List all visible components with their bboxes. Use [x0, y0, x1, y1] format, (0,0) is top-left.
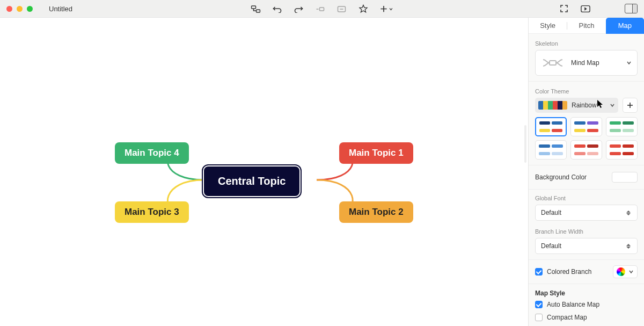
toolbar-right [559, 4, 638, 13]
tab-pitch[interactable]: Pitch [567, 18, 605, 34]
svg-marker-9 [584, 7, 587, 10]
undo-icon[interactable] [273, 4, 282, 14]
right-sidebar: Style Pitch Map Skeleton Mind Map [528, 18, 644, 326]
compact-map-label: Compact Map [547, 314, 587, 321]
rainbow-swatch-icon [538, 101, 567, 110]
document-title: Untitled [49, 5, 72, 13]
branch-color-picker[interactable] [613, 265, 638, 278]
subtopic-icon[interactable] [251, 4, 261, 14]
background-color-label: Background Color [535, 173, 587, 181]
topic-4-node[interactable]: Main Topic 4 [115, 142, 189, 164]
canvas[interactable]: Central Topic Main Topic 4 Main Topic 3 … [0, 18, 528, 326]
theme-thumb-1[interactable] [570, 117, 602, 136]
colored-branch-checkbox[interactable]: Colored Branch [535, 268, 591, 276]
theme-thumb-3[interactable] [535, 140, 567, 160]
global-font-label: Global Font [529, 190, 644, 205]
checkbox-icon [535, 301, 543, 308]
branch-width-value: Default [541, 242, 561, 250]
updown-icon [626, 209, 632, 216]
skeleton-label: Skeleton [529, 34, 644, 50]
theme-thumb-5[interactable] [606, 140, 638, 160]
tab-map[interactable]: Map [606, 18, 644, 34]
global-font-value: Default [541, 209, 561, 216]
global-font-select[interactable]: Default [535, 205, 638, 221]
updown-icon [626, 243, 632, 249]
close-window-button[interactable] [6, 6, 12, 12]
checkbox-icon [535, 268, 543, 276]
compact-map-checkbox[interactable]: Compact Map [529, 311, 644, 324]
svg-marker-5 [359, 5, 367, 12]
svg-rect-10 [550, 61, 556, 65]
color-wheel-icon [617, 267, 625, 276]
add-dropdown-button[interactable] [380, 5, 393, 13]
svg-rect-2 [320, 8, 324, 11]
map-style-header: Map Style [529, 284, 644, 298]
redo-icon[interactable] [294, 4, 304, 14]
background-color-well[interactable] [612, 172, 638, 183]
toolbar-center [251, 0, 393, 18]
checkbox-icon [535, 314, 543, 321]
maximize-window-button[interactable] [27, 6, 33, 12]
play-icon[interactable] [581, 4, 590, 13]
boundary-icon[interactable] [337, 4, 347, 14]
theme-thumb-0[interactable] [535, 117, 567, 136]
topic-1-node[interactable]: Main Topic 1 [339, 142, 413, 164]
branch-width-select[interactable]: Default [535, 238, 638, 254]
topic-3-node[interactable]: Main Topic 3 [115, 201, 189, 223]
relationship-icon[interactable] [316, 4, 325, 14]
star-icon[interactable] [358, 4, 368, 14]
add-theme-button[interactable] [623, 98, 638, 113]
auto-balance-label: Auto Balance Map [547, 301, 599, 308]
scrollbar-vertical[interactable] [524, 125, 526, 163]
titlebar: Untitled [0, 0, 644, 18]
theme-thumb-4[interactable] [570, 140, 602, 160]
theme-thumb-2[interactable] [606, 117, 638, 136]
tab-style[interactable]: Style [529, 18, 567, 34]
svg-rect-0 [252, 6, 256, 9]
branch-width-label: Branch Line Width [529, 226, 644, 238]
justify-alignment-checkbox[interactable]: Justify Topic Alignment [529, 324, 644, 326]
color-theme-label: Color Theme [529, 82, 644, 98]
window-controls [6, 6, 33, 12]
central-topic-node[interactable]: Central Topic [203, 165, 301, 197]
mindmap-structure-icon [541, 56, 565, 69]
minimize-window-button[interactable] [17, 6, 23, 12]
color-theme-value: Rainbow [572, 102, 597, 109]
sidebar-tabs: Style Pitch Map [529, 18, 644, 34]
colored-branch-label: Colored Branch [547, 268, 591, 276]
toggle-sidebar-icon[interactable] [625, 4, 638, 13]
skeleton-selector[interactable]: Mind Map [535, 50, 638, 76]
topic-2-node[interactable]: Main Topic 2 [339, 201, 413, 223]
svg-rect-1 [257, 10, 260, 12]
skeleton-value: Mind Map [571, 59, 599, 67]
color-theme-selector[interactable]: Rainbow [535, 98, 618, 113]
theme-grid [535, 117, 638, 160]
fullscreen-icon[interactable] [559, 4, 569, 13]
auto-balance-checkbox[interactable]: Auto Balance Map [529, 298, 644, 311]
